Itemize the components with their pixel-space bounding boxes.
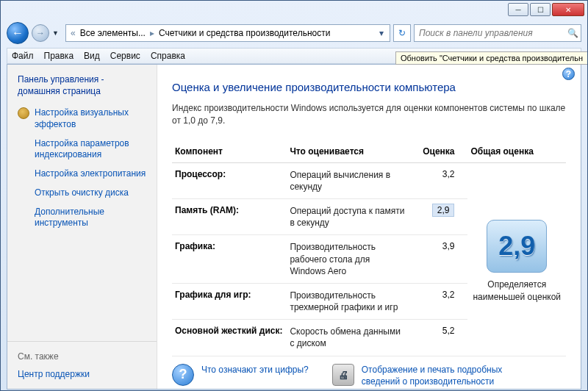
row-desc: Производительность рабочего стола для Wi… (287, 235, 408, 284)
row-score: 3,9 (408, 235, 467, 284)
footer-link-label: Отображение и печать подробных сведений … (362, 364, 531, 389)
help-icon: ? (566, 69, 571, 79)
menu-file[interactable]: Файл (12, 51, 34, 61)
sidebar-item-label: Настройка визуальных эффектов (35, 107, 146, 130)
blank-icon (18, 187, 29, 199)
nav-bar: ← → ▼ « Все элементы... ▸ Счетчики и сре… (7, 21, 581, 45)
printer-icon: 🖨 (332, 364, 354, 386)
refresh-tooltip: Обновить "Счетчики и средства производит… (395, 51, 587, 65)
row-component: Графика для игр: (172, 283, 287, 319)
sidebar-also-link[interactable]: Центр поддержки (18, 369, 146, 379)
footer-links: ? Что означают эти цифры? 🖨 Отображение … (172, 364, 566, 389)
row-desc: Производительность трехмерной графики и … (287, 283, 408, 319)
sidebar-footer: См. также Центр поддержки (7, 341, 157, 389)
refresh-button[interactable]: ↻ (393, 24, 411, 42)
blank-icon (18, 168, 29, 180)
search-input[interactable] (415, 28, 564, 38)
breadcrumb-dropdown[interactable]: ▾ (379, 28, 387, 38)
row-score: 5,2 (408, 320, 467, 356)
menu-edit[interactable]: Правка (44, 51, 74, 61)
sidebar-item-indexing[interactable]: Настройка параметров индексирования (18, 138, 146, 161)
sidebar-item-label: Открыть очистку диска (35, 187, 129, 199)
col-assessed: Что оценивается (287, 142, 408, 163)
sidebar-main: Панель управления - домашняя страница На… (7, 65, 157, 341)
search-box[interactable]: 🔍 (414, 24, 581, 42)
sidebar-item-visual-effects[interactable]: Настройка визуальных эффектов (18, 107, 146, 130)
chevron-left-icon: « (69, 28, 77, 38)
overall-cell: 2,9 Определяется наименьшей оценкой (467, 162, 566, 356)
row-desc: Операций доступа к памяти в секунду (287, 198, 408, 234)
col-overall: Общая оценка (467, 142, 566, 163)
row-component: Процессор: (172, 162, 287, 198)
help-icon: ? (172, 364, 194, 386)
refresh-icon: ↻ (398, 28, 406, 38)
sidebar-item-disk-cleanup[interactable]: Открыть очистку диска (18, 187, 146, 199)
window-frame: ─ ☐ ✕ ← → ▼ « Все элементы... ▸ Счетчики… (0, 0, 588, 391)
breadcrumb-seg1[interactable]: Все элементы... (77, 28, 148, 38)
page-title: Оценка и увеличение производительности к… (172, 81, 566, 93)
close-button[interactable]: ✕ (552, 3, 584, 16)
row-desc: Скорость обмена данными с диском (287, 320, 408, 356)
row-component: Основной жесткий диск: (172, 320, 287, 356)
sidebar-item-power[interactable]: Настройка электропитания (18, 168, 146, 180)
overall-score-badge: 2,9 (487, 220, 547, 273)
search-icon[interactable]: 🔍 (564, 28, 581, 38)
minimize-button[interactable]: ─ (508, 3, 528, 16)
breadcrumb-seg2[interactable]: Счетчики и средства производительности (156, 28, 333, 38)
help-button[interactable]: ? (562, 68, 575, 80)
arrow-left-icon: ← (12, 26, 24, 40)
footer-link-label: Что означают эти цифры? (201, 364, 309, 376)
table-row: Процессор: Операций вычисления в секунду… (172, 162, 566, 198)
col-component: Компонент (172, 142, 287, 163)
chevron-right-icon: ▸ (148, 28, 156, 38)
arrow-right-icon: → (36, 28, 45, 38)
row-score: 3,2 (408, 162, 467, 198)
main-pane: ? Оценка и увеличение производительности… (157, 65, 581, 389)
breadcrumb[interactable]: « Все элементы... ▸ Счетчики и средства … (65, 24, 390, 42)
title-bar: ─ ☐ ✕ (1, 1, 587, 21)
sidebar: Панель управления - домашняя страница На… (7, 65, 157, 389)
row-desc: Операций вычисления в секунду (287, 162, 408, 198)
footer-link-print[interactable]: 🖨 Отображение и печать подробных сведени… (332, 364, 531, 389)
overall-score-label: Определяется наименьшей оценкой (470, 279, 563, 302)
row-score: 2,9 (408, 198, 467, 234)
performance-table: Компонент Что оценивается Оценка Общая о… (172, 142, 566, 356)
row-score: 3,2 (408, 283, 467, 319)
footer-link-what[interactable]: ? Что означают эти цифры? (172, 364, 309, 386)
shield-icon (18, 107, 29, 119)
sidebar-item-label: Настройка параметров индексирования (35, 138, 146, 161)
sidebar-home-link[interactable]: Панель управления - домашняя страница (18, 73, 146, 97)
intro-text: Индекс производительности Windows исполь… (172, 102, 566, 127)
blank-icon (18, 138, 29, 150)
sidebar-also-title: См. также (18, 351, 146, 362)
menu-help[interactable]: Справка (151, 51, 185, 61)
col-score: Оценка (408, 142, 467, 163)
row-component: Память (RAM): (172, 198, 287, 234)
menu-tools[interactable]: Сервис (110, 51, 140, 61)
maximize-button[interactable]: ☐ (530, 3, 551, 16)
sidebar-item-advanced-tools[interactable]: Дополнительные инструменты (18, 207, 146, 229)
back-button[interactable]: ← (7, 22, 29, 44)
nav-history-dropdown[interactable]: ▼ (52, 29, 62, 37)
sidebar-item-label: Настройка электропитания (35, 168, 146, 180)
blank-icon (18, 207, 29, 218)
menu-view[interactable]: Вид (84, 51, 100, 61)
forward-button[interactable]: → (32, 24, 49, 42)
content-area: Панель управления - домашняя страница На… (7, 64, 581, 390)
sidebar-item-label: Дополнительные инструменты (35, 207, 146, 229)
row-component: Графика: (172, 235, 287, 284)
